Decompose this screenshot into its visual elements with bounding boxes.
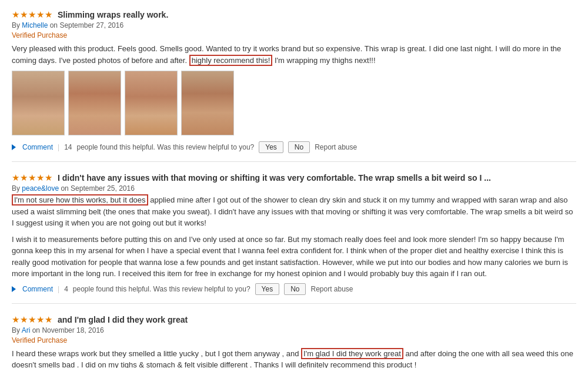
review-3-verified: Verified Purchase — [12, 336, 576, 344]
review-2-highlight: I'm not sure how this works, but it does — [12, 194, 148, 205]
review-1-highlight: highly recommend this! — [189, 55, 273, 66]
review-2-stars: ★★★★★ — [12, 173, 53, 183]
review-2-no-button[interactable]: No — [284, 283, 306, 295]
review-1-title: Slimming wraps really work. — [58, 10, 168, 19]
comment-triangle-icon-2 — [12, 286, 16, 292]
review-3-meta: By Ari on November 18, 2016 — [12, 326, 576, 334]
review-1-no-button[interactable]: No — [288, 141, 310, 153]
review-2-body: I'm not sure how this works, but it does… — [12, 194, 576, 229]
review-1-helpful-count: 14 — [64, 143, 72, 151]
review-3-title-row: ★★★★★ and I'm glad I did they work great — [12, 314, 576, 325]
review-1-body: Very pleased with this product. Feels go… — [12, 43, 576, 66]
review-2-helpful-count: 4 — [64, 285, 68, 293]
review-1-images — [12, 71, 576, 135]
review-image-1[interactable] — [12, 71, 65, 135]
review-2-meta: By peace&love on September 25, 2016 — [12, 184, 576, 193]
review-3-text-before: I heard these wraps work but they smelle… — [12, 349, 301, 358]
review-1-text-after: I'm wrapping my thighs next!!! — [272, 56, 375, 65]
review-2-report-link[interactable]: Report abuse — [310, 285, 353, 293]
review-2-helpful-row: Comment | 4 people found this helpful. W… — [12, 283, 576, 295]
review-image-2[interactable] — [68, 71, 121, 135]
review-2: ★★★★★ I didn't have any issues with that… — [12, 173, 576, 304]
review-3-date: November 18, 2016 — [42, 326, 103, 334]
review-1-title-row: ★★★★★ Slimming wraps really work. — [12, 9, 576, 20]
review-1-yes-button[interactable]: Yes — [259, 141, 283, 153]
review-3-stars: ★★★★★ — [12, 314, 53, 325]
review-1-report-link[interactable]: Report abuse — [315, 143, 357, 151]
review-2-title-row: ★★★★★ I didn't have any issues with that… — [12, 173, 576, 183]
review-2-yes-button[interactable]: Yes — [255, 283, 280, 295]
review-image-4[interactable] — [181, 71, 234, 135]
review-1-helpful-text: people found this helpful. Was this revi… — [77, 143, 255, 151]
review-2-author[interactable]: peace&love — [22, 184, 59, 193]
review-3-title: and I'm glad I did they work great — [58, 315, 188, 324]
review-3-highlight: I'm glad I did they work great — [301, 348, 403, 359]
review-3-body: I heard these wraps work but they smelle… — [12, 348, 576, 369]
review-2-date: September 25, 2016 — [71, 184, 135, 193]
review-2-helpful-text: people found this helpful. Was this revi… — [73, 285, 250, 293]
review-3: ★★★★★ and I'm glad I did they work great… — [12, 314, 576, 369]
review-2-title: I didn't have any issues with that movin… — [58, 173, 491, 183]
comment-triangle-icon — [12, 144, 16, 150]
review-1-author[interactable]: Michelle — [22, 21, 48, 29]
review-1-date: September 27, 2016 — [59, 21, 123, 29]
review-image-3[interactable] — [125, 71, 178, 135]
review-1-helpful-row: Comment | 14 people found this helpful. … — [12, 141, 576, 153]
review-1-verified: Verified Purchase — [12, 31, 576, 39]
review-1-stars: ★★★★★ — [12, 9, 53, 20]
reviews-container: ★★★★★ Slimming wraps really work. By Mic… — [0, 0, 588, 368]
review-1-comment-link[interactable]: Comment — [22, 143, 53, 151]
review-1: ★★★★★ Slimming wraps really work. By Mic… — [12, 9, 576, 162]
review-1-meta: By Michelle on September 27, 2016 — [12, 21, 576, 29]
review-3-author[interactable]: Ari — [22, 326, 31, 334]
review-2-comment-link[interactable]: Comment — [22, 285, 53, 293]
review-2-body-2: I wish it to measurements before putting… — [12, 234, 576, 280]
